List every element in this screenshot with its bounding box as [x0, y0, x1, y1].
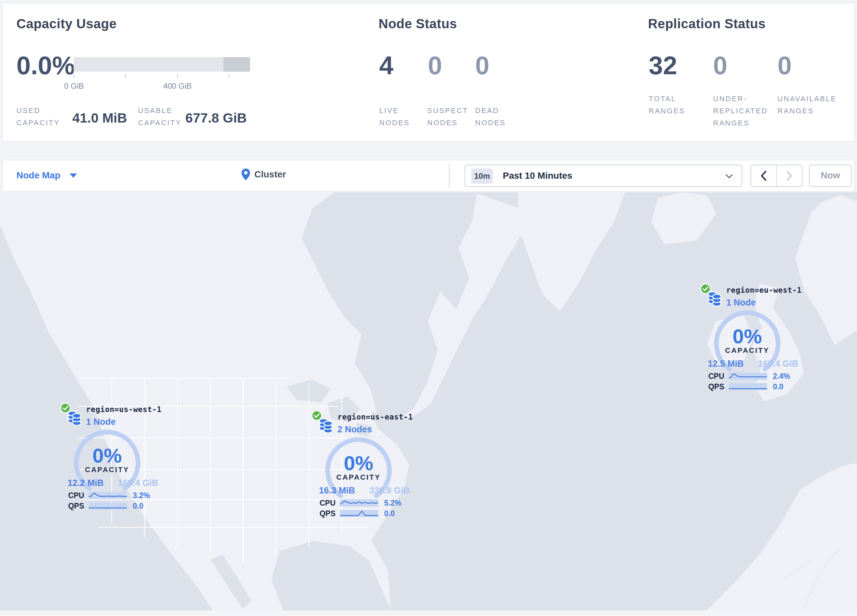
- unavailable-label: UNAVAILABLE RANGES: [778, 93, 837, 117]
- chevron-down-icon: [70, 173, 77, 178]
- database-icon: [707, 290, 722, 307]
- total-ranges-label: TOTAL RANGES: [649, 93, 685, 117]
- qps-value: 0.0: [773, 383, 783, 391]
- capacity-bar-reserved-segment: [223, 57, 250, 72]
- time-back-button[interactable]: [751, 165, 777, 186]
- view-selector-label: Node Map: [16, 170, 60, 181]
- region-node-count: 1 Node: [726, 298, 756, 308]
- region-marker-us-west-1[interactable]: region=us-west-1 1 Node 0% CAPACITY 12.2…: [56, 403, 169, 514]
- time-range-label: Past 10 Minutes: [503, 165, 572, 186]
- qps-label: QPS: [702, 383, 724, 391]
- chevron-down-icon: [725, 174, 733, 178]
- dead-nodes-label: DEAD NODES: [475, 105, 506, 129]
- region-node-count: 2 Nodes: [337, 425, 372, 435]
- cpu-value: 3.2%: [133, 491, 150, 500]
- region-capacity-percent: 0%: [711, 325, 783, 347]
- under-replicated-count: 0: [713, 51, 727, 80]
- under-replicated-label: UNDER- REPLICATED RANGES: [713, 93, 768, 129]
- region-used-capacity: 16.3 MiB: [313, 486, 361, 496]
- chevron-right-icon: [786, 170, 792, 181]
- usable-capacity-label: USABLE CAPACITY: [138, 105, 181, 129]
- region-capacity-word: CAPACITY: [711, 346, 783, 355]
- cpu-label: CPU: [62, 491, 84, 500]
- axis-tick: [177, 74, 178, 78]
- cpu-label: CPU: [313, 499, 336, 507]
- region-total-capacity: 338.9 GiB: [365, 486, 414, 496]
- dead-nodes-count: 0: [475, 51, 489, 80]
- used-capacity-value: 41.0 MiB: [72, 110, 127, 126]
- usable-capacity-value: 677.8 GiB: [185, 110, 247, 126]
- location-pin-icon: [241, 168, 251, 181]
- live-nodes-count: 4: [379, 51, 393, 80]
- axis-tick: [74, 74, 74, 78]
- region-used-capacity: 12.5 MiB: [702, 359, 750, 369]
- region-node-count: 1 Node: [86, 417, 116, 427]
- world-map-graphic: [0, 192, 857, 610]
- time-pager: [750, 165, 803, 187]
- region-capacity-word: CAPACITY: [71, 466, 143, 474]
- region-name: region=eu-west-1: [726, 286, 802, 294]
- node-status-title: Node Status: [379, 16, 457, 31]
- axis-tick: [229, 74, 229, 78]
- cluster-summary-card: Capacity Usage 0.0% 0 GiB 400 GiB USED C…: [2, 3, 855, 142]
- toolbar-divider: [449, 164, 450, 188]
- axis-tick-label: 0 GiB: [48, 82, 100, 91]
- view-selector-dropdown[interactable]: Node Map: [16, 170, 77, 181]
- region-capacity-word: CAPACITY: [322, 473, 394, 482]
- axis-tick: [125, 74, 126, 78]
- axis-tick-label: 400 GiB: [151, 82, 204, 91]
- cpu-value: 5.2%: [384, 499, 401, 507]
- time-forward-button[interactable]: [777, 165, 802, 186]
- replication-status-title: Replication Status: [648, 16, 766, 31]
- region-capacity-percent: 0%: [322, 452, 394, 474]
- database-icon: [319, 417, 334, 434]
- capacity-bar: [74, 57, 250, 72]
- region-total-capacity: 169.4 GiB: [114, 478, 162, 488]
- capacity-percent: 0.0%: [16, 51, 75, 80]
- suspect-nodes-label: SUSPECT NODES: [427, 105, 468, 129]
- used-capacity-label: USED CAPACITY: [16, 105, 60, 129]
- qps-sparkline: [89, 502, 127, 509]
- time-preset-badge: 10m: [471, 168, 493, 184]
- total-ranges-count: 32: [649, 51, 677, 80]
- cpu-label: CPU: [702, 372, 724, 380]
- qps-sparkline: [729, 383, 767, 390]
- cpu-sparkline: [340, 499, 378, 506]
- region-marker-us-east-1[interactable]: region=us-east-1 2 Nodes 0% CAPACITY 16.…: [307, 410, 421, 522]
- database-icon: [67, 410, 82, 427]
- map-toolbar: Node Map Cluster 10m Past 10 Minutes Now: [2, 160, 855, 192]
- breadcrumb[interactable]: Cluster: [241, 168, 286, 181]
- chevron-left-icon: [761, 170, 767, 181]
- qps-sparkline: [340, 510, 378, 517]
- time-range-dropdown[interactable]: 10m Past 10 Minutes: [465, 165, 742, 187]
- qps-label: QPS: [62, 502, 84, 510]
- qps-label: QPS: [313, 509, 336, 518]
- capacity-usage-title: Capacity Usage: [16, 16, 117, 31]
- region-marker-eu-west-1[interactable]: region=eu-west-1 1 Node 0% CAPACITY 12.5…: [696, 283, 809, 395]
- region-used-capacity: 12.2 MiB: [62, 478, 110, 488]
- breadcrumb-label: Cluster: [254, 169, 286, 180]
- region-name: region=us-west-1: [86, 405, 162, 414]
- node-map[interactable]: region=us-west-1 1 Node 0% CAPACITY 12.2…: [0, 192, 857, 610]
- live-nodes-label: LIVE NODES: [379, 105, 410, 129]
- region-total-capacity: 169.4 GiB: [754, 359, 803, 369]
- qps-value: 0.0: [133, 502, 143, 510]
- cpu-sparkline: [89, 492, 127, 499]
- region-capacity-percent: 0%: [71, 445, 143, 467]
- now-button[interactable]: Now: [809, 165, 852, 187]
- unavailable-count: 0: [778, 51, 792, 80]
- qps-value: 0.0: [384, 509, 394, 518]
- cpu-sparkline: [729, 372, 767, 380]
- region-name: region=us-east-1: [337, 413, 413, 421]
- suspect-nodes-count: 0: [428, 51, 442, 80]
- cpu-value: 2.4%: [773, 372, 790, 380]
